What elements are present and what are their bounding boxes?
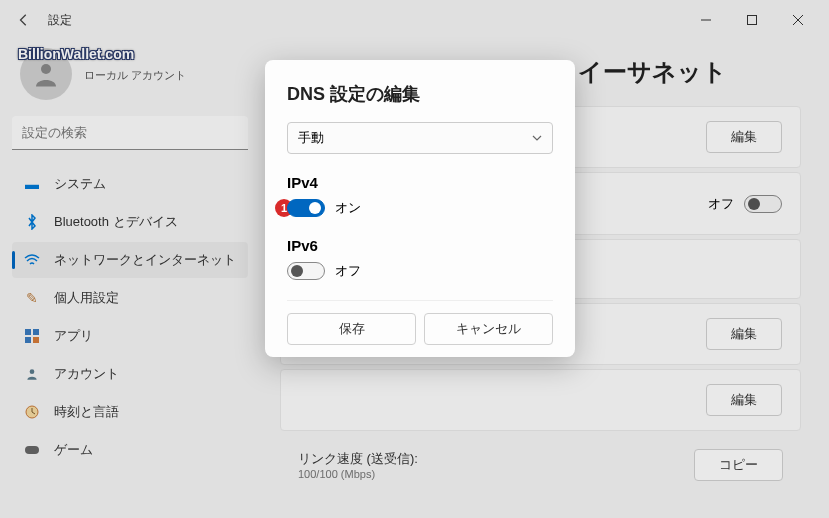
save-button[interactable]: 保存 (287, 313, 416, 345)
cancel-button[interactable]: キャンセル (424, 313, 553, 345)
select-value: 手動 (298, 129, 324, 147)
toggle-state: オン (335, 199, 361, 217)
ipv4-toggle[interactable] (287, 199, 325, 217)
ipv6-label: IPv6 (287, 237, 553, 254)
toggle-state: オフ (335, 262, 361, 280)
chevron-down-icon (532, 135, 542, 141)
ipv4-label: IPv4 (287, 174, 553, 191)
dns-mode-select[interactable]: 手動 (287, 122, 553, 154)
ipv4-toggle-row: 1 オン (287, 199, 553, 217)
ipv6-toggle[interactable] (287, 262, 325, 280)
ipv6-toggle-row: オフ (287, 262, 553, 280)
dns-edit-dialog: DNS 設定の編集 手動 IPv4 1 オン IPv6 オフ 保存 キャンセル (265, 60, 575, 357)
dialog-title: DNS 設定の編集 (287, 82, 553, 106)
